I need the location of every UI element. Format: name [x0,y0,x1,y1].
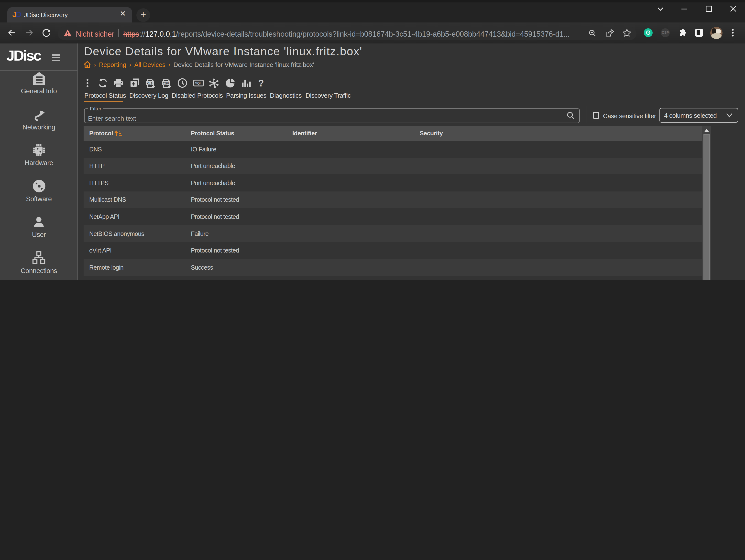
svg-text:XLS: XLS [147,81,153,85]
svg-text:CSV: CSV [163,81,169,85]
svg-text:SQL: SQL [195,81,202,85]
